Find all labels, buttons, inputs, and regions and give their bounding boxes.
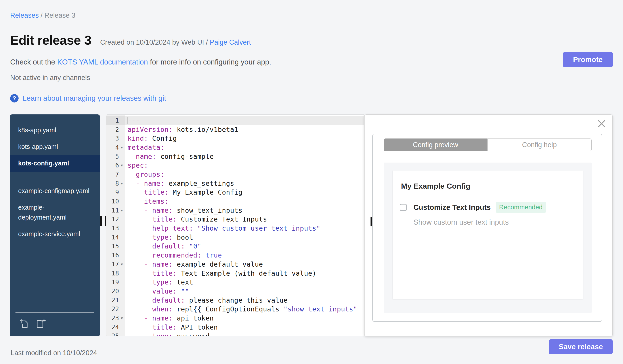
config-tabs: Config previewConfig help bbox=[384, 139, 592, 151]
code-line-22[interactable]: 22 when: repl{{ ConfigOptionEquals "show… bbox=[106, 304, 364, 314]
line-number: 4▾ bbox=[106, 143, 125, 152]
breadcrumb-separator: / bbox=[39, 12, 44, 19]
line-number: 14 bbox=[106, 233, 125, 242]
line-number: 3 bbox=[106, 134, 125, 143]
line-number: 5 bbox=[106, 152, 125, 161]
sidebar-footer-divider bbox=[16, 312, 94, 313]
fold-arrow-icon[interactable]: ▾ bbox=[119, 262, 125, 267]
code-line-16[interactable]: 16 recommended: true bbox=[106, 251, 364, 260]
code-line-4[interactable]: 4▾metadata: bbox=[106, 143, 364, 152]
fold-arrow-icon[interactable]: ▾ bbox=[119, 145, 125, 150]
breadcrumb: Releases / Release 3 bbox=[10, 12, 75, 20]
breadcrumb-releases-link[interactable]: Releases bbox=[10, 12, 39, 19]
code-line-12[interactable]: 12 title: Customize Text Inputs bbox=[106, 215, 364, 224]
new-file-icon[interactable] bbox=[35, 318, 46, 329]
recommended-badge: Recommended bbox=[496, 202, 546, 213]
code-line-6[interactable]: 6▾spec: bbox=[106, 161, 364, 170]
workspace: k8s-app.yamlkots-app.yamlkots-config.yam… bbox=[10, 114, 613, 336]
code-line-8[interactable]: 8▾ - name: example_settings bbox=[106, 179, 364, 188]
line-number: 22 bbox=[106, 304, 125, 314]
sidebar-item-example-configmap.yaml[interactable]: example-configmap.yaml bbox=[10, 183, 100, 199]
code-line-3[interactable]: 3kind: Config bbox=[106, 134, 364, 143]
created-info: Created on 10/10/2024 by Web UI / Paige … bbox=[100, 39, 251, 46]
line-number: 16 bbox=[106, 251, 125, 260]
sidebar-item-k8s-app.yaml[interactable]: k8s-app.yaml bbox=[10, 122, 100, 139]
edit-release-page: Releases / Release 3 Edit release 3 Crea… bbox=[0, 0, 623, 364]
line-number: 13 bbox=[106, 224, 125, 233]
channel-status: Not active in any channels bbox=[10, 74, 90, 82]
line-number: 23▾ bbox=[106, 314, 125, 323]
sidebar-footer bbox=[10, 312, 100, 336]
code-line-21[interactable]: 21 default: please change this value bbox=[106, 296, 364, 305]
code-line-15[interactable]: 15 default: "0" bbox=[106, 242, 364, 251]
created-author-link[interactable]: Paige Calvert bbox=[210, 39, 251, 46]
line-number: 7 bbox=[106, 170, 125, 179]
config-item-label: Customize Text Inputs bbox=[413, 203, 491, 212]
code-line-7[interactable]: 7 groups: bbox=[106, 170, 364, 179]
sidebar-icon-row bbox=[10, 318, 100, 329]
sidebar-resize-handle[interactable] bbox=[100, 216, 106, 226]
breadcrumb-current: Release 3 bbox=[44, 12, 75, 19]
sidebar-item-example-service.yaml[interactable]: example-service.yaml bbox=[10, 226, 100, 242]
line-number: 21 bbox=[106, 296, 125, 305]
fold-arrow-icon[interactable]: ▾ bbox=[119, 181, 125, 186]
git-releases-link[interactable]: Learn about managing your releases with … bbox=[22, 94, 166, 102]
save-release-button[interactable]: Save release bbox=[549, 339, 613, 354]
code-line-20[interactable]: 20 value: "" bbox=[106, 287, 364, 296]
config-preview-panel: Config previewConfig help My Example Con… bbox=[364, 114, 613, 336]
line-number: 15 bbox=[106, 242, 125, 251]
code-line-1[interactable]: 1--- bbox=[106, 116, 364, 125]
docs-text-before: Check out the bbox=[10, 58, 57, 66]
code-line-9[interactable]: 9 title: My Example Config bbox=[106, 188, 364, 197]
code-line-17[interactable]: 17▾ - name: example_default_value bbox=[106, 260, 364, 269]
config-preview-card: Config previewConfig help My Example Con… bbox=[372, 134, 602, 322]
file-list: k8s-app.yamlkots-app.yamlkots-config.yam… bbox=[10, 114, 100, 242]
line-number: 2 bbox=[106, 125, 125, 134]
line-number: 19 bbox=[106, 278, 125, 287]
line-number: 10 bbox=[106, 197, 125, 206]
line-number: 11▾ bbox=[106, 206, 125, 215]
line-number: 1 bbox=[106, 116, 125, 125]
code-line-14[interactable]: 14 type: bool bbox=[106, 233, 364, 242]
config-preview-area: My Example Config Customize Text Inputs … bbox=[384, 162, 592, 313]
docs-text-after: for more info on configuring your app. bbox=[148, 58, 271, 66]
yaml-editor[interactable]: 1---2apiVersion: kots.io/v1beta13kind: C… bbox=[106, 114, 364, 336]
code-line-11[interactable]: 11▾ - name: show_text_inputs bbox=[106, 206, 364, 215]
config-group-title: My Example Config bbox=[401, 182, 574, 190]
sidebar-item-kots-app.yaml[interactable]: kots-app.yaml bbox=[10, 139, 100, 155]
code-lines: 1---2apiVersion: kots.io/v1beta13kind: C… bbox=[106, 115, 364, 336]
config-form: My Example Config Customize Text Inputs … bbox=[393, 170, 583, 299]
git-help-row: ? Learn about managing your releases wit… bbox=[10, 94, 166, 102]
customize-text-inputs-checkbox[interactable] bbox=[400, 204, 407, 211]
code-line-13[interactable]: 13 help_text: "Show custom user text inp… bbox=[106, 224, 364, 233]
config-item-row: Customize Text Inputs Recommended bbox=[401, 202, 574, 213]
line-number: 25 bbox=[106, 332, 125, 337]
title-row: Edit release 3 Created on 10/10/2024 by … bbox=[10, 33, 251, 47]
fold-arrow-icon[interactable]: ▾ bbox=[119, 163, 125, 168]
fold-arrow-icon[interactable]: ▾ bbox=[119, 316, 125, 321]
docs-line: Check out the KOTS YAML documentation fo… bbox=[10, 58, 271, 66]
config-item-help: Show custom user text inputs bbox=[413, 218, 574, 226]
code-line-10[interactable]: 10 items: bbox=[106, 197, 364, 206]
tab-config-help[interactable]: Config help bbox=[487, 139, 592, 151]
code-line-5[interactable]: 5 name: config-sample bbox=[106, 152, 364, 161]
line-number: 6▾ bbox=[106, 161, 125, 170]
line-number: 9 bbox=[106, 188, 125, 197]
upload-file-icon[interactable] bbox=[19, 318, 30, 329]
code-line-18[interactable]: 18 title: Text Example (with default val… bbox=[106, 269, 364, 278]
promote-button[interactable]: Promote bbox=[563, 52, 613, 67]
code-line-24[interactable]: 24 title: API token bbox=[106, 323, 364, 332]
close-icon[interactable] bbox=[597, 119, 606, 128]
code-line-2[interactable]: 2apiVersion: kots.io/v1beta1 bbox=[106, 125, 364, 134]
question-mark-icon: ? bbox=[10, 94, 19, 102]
fold-arrow-icon[interactable]: ▾ bbox=[119, 208, 125, 213]
code-line-25[interactable]: 25 type: password bbox=[106, 332, 364, 337]
sidebar-item-kots-config.yaml[interactable]: kots-config.yaml bbox=[10, 155, 100, 172]
kots-yaml-docs-link[interactable]: KOTS YAML documentation bbox=[57, 58, 148, 66]
sidebar-item-example-deployment.yaml[interactable]: example-deployment.yaml bbox=[10, 199, 100, 226]
code-line-23[interactable]: 23▾ - name: api_token bbox=[106, 314, 364, 323]
tab-config-preview[interactable]: Config preview bbox=[384, 139, 487, 151]
sidebar-divider bbox=[16, 177, 97, 177]
code-line-19[interactable]: 19 type: text bbox=[106, 278, 364, 287]
created-text: Created on 10/10/2024 by Web UI / bbox=[100, 39, 210, 46]
